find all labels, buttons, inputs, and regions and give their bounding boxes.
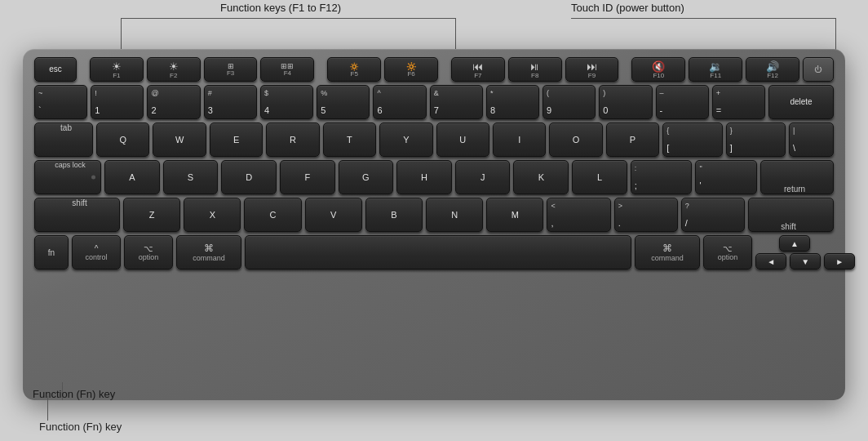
fn-key-annotation-text: Function (Fn) key	[39, 421, 122, 433]
key-lbracket[interactable]: {[	[662, 122, 722, 157]
key-g[interactable]: G	[339, 160, 394, 194]
key-control[interactable]: ^ control	[72, 235, 121, 270]
arrow-right-spacer	[813, 235, 834, 252]
key-s[interactable]: S	[163, 160, 219, 194]
key-q[interactable]: Q	[96, 122, 149, 157]
key-quote[interactable]: "'	[695, 160, 757, 194]
key-f[interactable]: F	[280, 160, 335, 194]
key-7[interactable]: &7	[430, 85, 483, 119]
key-h[interactable]: H	[396, 160, 452, 194]
key-z[interactable]: Z	[123, 198, 180, 232]
key-option-right[interactable]: ⌥ option	[703, 235, 752, 270]
key-f2[interactable]: ☀F2	[147, 57, 201, 82]
key-k[interactable]: K	[513, 160, 569, 194]
key-w[interactable]: W	[153, 122, 206, 157]
key-minus[interactable]: –-	[656, 85, 709, 119]
key-delete[interactable]: delete	[768, 85, 834, 119]
page-container: Function keys (F1 to F12) Touch ID (powe…	[0, 0, 868, 441]
key-u[interactable]: U	[436, 122, 489, 157]
key-e[interactable]: E	[210, 122, 263, 157]
key-f4[interactable]: ⊞⊞F4	[260, 57, 314, 82]
tab-row: tab Q W E R T Y U I O P {[ }] |\	[34, 122, 834, 157]
key-f9[interactable]: ⏭F9	[565, 57, 619, 82]
key-j[interactable]: J	[455, 160, 511, 194]
key-tab[interactable]: tab	[34, 122, 93, 157]
key-r[interactable]: R	[266, 122, 319, 157]
key-6[interactable]: ^6	[373, 85, 426, 119]
key-arrow-up[interactable]: ▲	[779, 235, 810, 252]
key-b[interactable]: B	[365, 198, 423, 232]
key-shift-right[interactable]: shift	[748, 198, 834, 232]
key-m[interactable]: M	[486, 198, 543, 232]
function-keys-annotation: Function keys (F1 to F12)	[220, 2, 341, 14]
key-5[interactable]: %5	[317, 85, 370, 119]
key-4[interactable]: $4	[260, 85, 313, 119]
touchid-annotation: Touch ID (power button)	[571, 2, 684, 14]
key-f7[interactable]: ⏮F7	[451, 57, 505, 82]
key-fn[interactable]: fn	[34, 235, 69, 270]
key-f10[interactable]: 🔇F10	[631, 57, 685, 82]
key-3[interactable]: #3	[204, 85, 257, 119]
top-annotations: Function keys (F1 to F12) Touch ID (powe…	[0, 0, 868, 53]
fn-annotation-label: Function (Fn) key	[33, 388, 115, 400]
key-f5[interactable]: 🔅F5	[327, 57, 381, 82]
key-f12[interactable]: 🔊F12	[746, 57, 799, 82]
key-slash[interactable]: ?/	[681, 198, 745, 232]
touchid-line-v	[835, 18, 836, 52]
key-return[interactable]: return	[760, 160, 834, 194]
key-1[interactable]: !1	[91, 85, 144, 119]
key-semicolon[interactable]: :;	[631, 160, 693, 194]
key-touchid[interactable]: ⏻	[803, 57, 834, 82]
function-keys-line-vl	[121, 18, 122, 52]
key-capslock[interactable]: caps lock	[34, 160, 101, 194]
capslock-indicator	[91, 176, 95, 180]
key-tilde[interactable]: ~`	[34, 85, 87, 119]
key-d[interactable]: D	[221, 160, 277, 194]
key-esc[interactable]: esc	[34, 57, 77, 82]
key-0[interactable]: )0	[599, 85, 652, 119]
key-2[interactable]: @2	[147, 85, 200, 119]
number-row: ~` !1 @2 #3 $4 %5 ^6 &7 *8 (9 )0 –- += d…	[34, 85, 834, 119]
key-y[interactable]: Y	[379, 122, 432, 157]
arrow-bottom-row: ◄ ▼ ►	[755, 253, 834, 270]
key-i[interactable]: I	[493, 122, 546, 157]
fn-row: esc ☀F1 ☀F2 ⊞F3 ⊞⊞F4 🔅F5 🔆F6 ⏮F7 ⏯F8 ⏭F9…	[34, 57, 834, 82]
key-n[interactable]: N	[426, 198, 483, 232]
key-f6[interactable]: 🔆F6	[384, 57, 438, 82]
function-keys-line-vr	[455, 18, 456, 52]
key-arrow-right[interactable]: ►	[824, 253, 855, 270]
key-arrow-left[interactable]: ◄	[755, 253, 786, 270]
key-l[interactable]: L	[572, 160, 627, 194]
shift-row: shift Z X C V B N M <, >. ?/ shift	[34, 198, 834, 232]
key-v[interactable]: V	[305, 198, 362, 232]
key-t[interactable]: T	[323, 122, 376, 157]
key-command-left[interactable]: ⌘ command	[176, 235, 241, 270]
arrow-up-row: ▲	[755, 235, 834, 252]
key-f3[interactable]: ⊞F3	[204, 57, 258, 82]
key-rbracket[interactable]: }]	[726, 122, 786, 157]
key-f1[interactable]: ☀F1	[90, 57, 144, 82]
function-keys-line-h	[121, 18, 455, 19]
fn-key-annotation: Function (Fn) key	[39, 412, 122, 433]
key-command-right[interactable]: ⌘ command	[635, 235, 700, 270]
key-a[interactable]: A	[104, 160, 160, 194]
key-8[interactable]: *8	[486, 85, 539, 119]
key-f8[interactable]: ⏯F8	[508, 57, 562, 82]
key-x[interactable]: X	[184, 198, 241, 232]
key-9[interactable]: (9	[542, 85, 596, 119]
arrow-up-spacer	[755, 235, 776, 252]
key-arrow-down[interactable]: ▼	[790, 253, 821, 270]
key-space[interactable]	[245, 235, 631, 270]
key-option-left[interactable]: ⌥ option	[124, 235, 173, 270]
key-comma[interactable]: <,	[547, 198, 610, 232]
key-period[interactable]: >.	[614, 198, 678, 232]
arrow-key-group: ▲ ◄ ▼ ►	[755, 235, 834, 270]
key-o[interactable]: O	[549, 122, 602, 157]
key-c[interactable]: C	[244, 198, 301, 232]
key-shift-left[interactable]: shift	[34, 198, 120, 232]
key-p[interactable]: P	[606, 122, 659, 157]
key-backslash[interactable]: |\	[789, 122, 834, 157]
bottom-row: fn ^ control ⌥ option ⌘ command ⌘ comman…	[34, 235, 834, 270]
key-f11[interactable]: 🔉F11	[689, 57, 742, 82]
key-equals[interactable]: +=	[712, 85, 765, 119]
